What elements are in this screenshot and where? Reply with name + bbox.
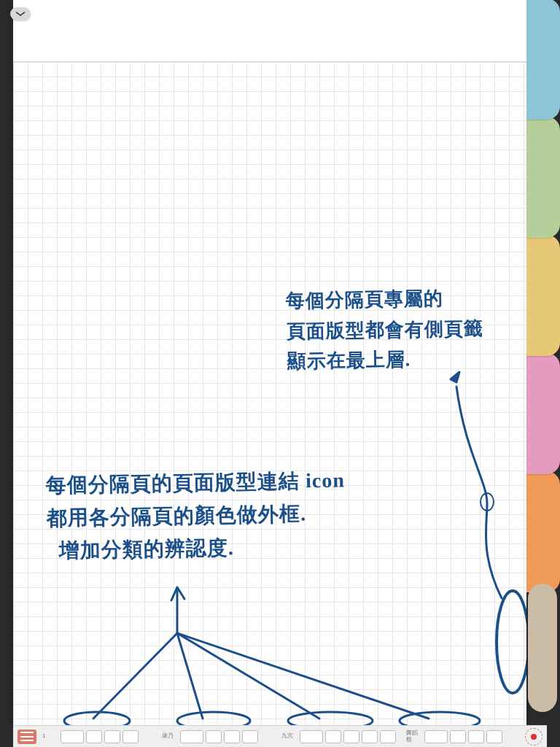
side-tab-3[interactable] [526, 353, 560, 474]
side-tab-0[interactable] [526, 0, 560, 120]
side-tab-1[interactable] [526, 117, 560, 238]
side-tabs [526, 0, 560, 725]
template-icon[interactable] [224, 730, 240, 743]
template-icon[interactable] [122, 730, 139, 743]
record-button[interactable] [525, 728, 542, 746]
template-icon[interactable] [362, 730, 378, 743]
template-icon[interactable] [61, 730, 84, 743]
toolbar-group-3: 舞蹈 根 [406, 730, 516, 743]
side-tab-active[interactable] [528, 584, 557, 712]
template-icon[interactable] [180, 730, 203, 743]
toolbar-group-label: 九宮 [281, 733, 298, 740]
toolbar-group-0: 1 [42, 730, 152, 743]
template-icon[interactable] [468, 730, 484, 743]
handwriting-note-right: 每個分隔頁專屬的 頁面版型都會有側頁籤 顯示在最上層. [286, 283, 484, 377]
toolbar-group-label: 1 [42, 733, 58, 740]
toolbar-group-1: 康乃 [162, 730, 271, 743]
page-grid [13, 62, 526, 725]
template-icon[interactable] [450, 730, 466, 743]
bottom-toolbar: 1康乃九宮舞蹈 根 [13, 725, 547, 747]
template-icon[interactable] [325, 730, 341, 743]
template-icon[interactable] [343, 730, 359, 743]
template-icon[interactable] [104, 730, 120, 743]
toolbar-group-label: 舞蹈 根 [406, 730, 422, 743]
template-icon[interactable] [486, 730, 502, 743]
template-icon[interactable] [206, 730, 222, 743]
notebook-page[interactable]: 每個分隔頁專屬的 頁面版型都會有側頁籤 顯示在最上層. 每個分隔頁的頁面版型連結… [13, 0, 526, 725]
toolbar-group-label: 康乃 [162, 733, 178, 740]
template-icon[interactable] [86, 730, 102, 743]
side-tab-2[interactable] [526, 235, 560, 356]
template-icon[interactable] [300, 730, 323, 743]
page-surface: 每個分隔頁專屬的 頁面版型都會有側頁籤 顯示在最上層. 每個分隔頁的頁面版型連結… [13, 0, 526, 725]
chevron-down-icon [15, 11, 26, 17]
page-header-strip [13, 0, 526, 62]
collapse-handle[interactable] [10, 7, 31, 20]
toolbar-group-2: 九宮 [281, 730, 396, 743]
menu-button[interactable] [18, 729, 36, 744]
template-icon[interactable] [424, 730, 448, 743]
template-icon[interactable] [242, 730, 258, 743]
side-tab-4[interactable] [526, 471, 560, 592]
handwriting-note-left: 每個分隔頁的頁面版型連結 icon 都用各分隔頁的顏色做外框. 增加分類的辨認度… [46, 464, 346, 568]
template-icon[interactable] [380, 730, 396, 743]
